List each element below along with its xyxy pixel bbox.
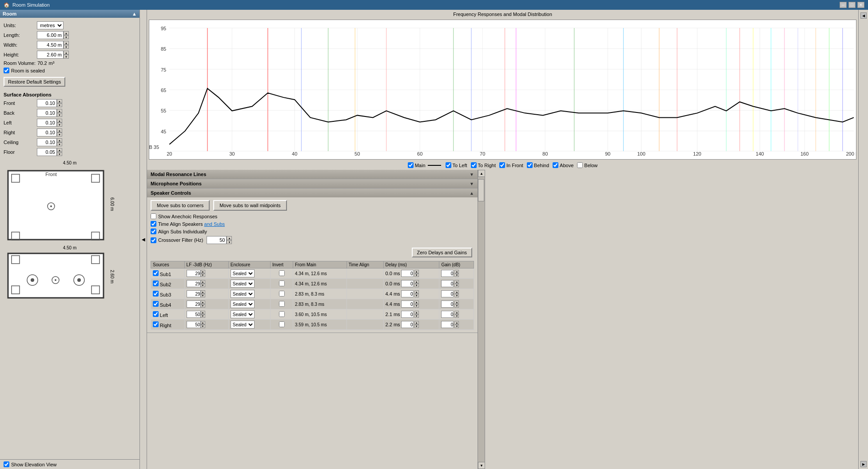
maximize-button[interactable]: □ bbox=[848, 2, 856, 8]
show-anechoic-checkbox[interactable] bbox=[151, 213, 156, 219]
ceiling-up[interactable]: ▲ bbox=[57, 138, 62, 142]
gain-down-2[interactable]: ▼ bbox=[454, 294, 459, 297]
height-up[interactable]: ▲ bbox=[64, 51, 69, 55]
back-up[interactable]: ▲ bbox=[57, 109, 62, 113]
width-down[interactable]: ▼ bbox=[64, 45, 69, 49]
delay-input-3[interactable] bbox=[401, 301, 414, 308]
legend-to-right-checkbox[interactable] bbox=[471, 162, 477, 168]
gain-down-1[interactable]: ▼ bbox=[454, 284, 459, 287]
delay-down-1[interactable]: ▼ bbox=[414, 284, 419, 287]
modal-resonance-collapse-icon[interactable]: ▼ bbox=[470, 172, 474, 177]
length-input[interactable] bbox=[37, 31, 64, 39]
gain-input-2[interactable] bbox=[441, 290, 454, 297]
right-up[interactable]: ▲ bbox=[57, 128, 62, 132]
delay-input-2[interactable] bbox=[401, 290, 414, 297]
enclosure-select-5[interactable]: Sealed Ported None bbox=[231, 321, 255, 329]
height-spinner[interactable]: ▲ ▼ bbox=[64, 51, 69, 59]
enclosure-select-0[interactable]: Sealed Ported None bbox=[231, 269, 255, 277]
surface-left-input[interactable] bbox=[37, 119, 57, 127]
delay-up-4[interactable]: ▲ bbox=[414, 311, 419, 314]
scroll-thumb[interactable] bbox=[478, 179, 484, 201]
legend-main-checkbox[interactable] bbox=[408, 162, 414, 168]
lf3db-input-1[interactable] bbox=[187, 280, 201, 287]
length-down[interactable]: ▼ bbox=[64, 35, 69, 39]
collapse-panel-button[interactable]: ◀ bbox=[140, 10, 147, 469]
left-up[interactable]: ▲ bbox=[57, 119, 62, 123]
invert-checkbox-2[interactable] bbox=[279, 291, 285, 297]
gain-up-5[interactable]: ▲ bbox=[454, 321, 459, 325]
source-checkbox-4[interactable] bbox=[153, 311, 159, 317]
length-spinner[interactable]: ▲ ▼ bbox=[64, 31, 69, 39]
delay-up-0[interactable]: ▲ bbox=[414, 270, 419, 273]
surface-right-input[interactable] bbox=[37, 128, 57, 136]
delay-input-1[interactable] bbox=[401, 280, 414, 287]
right-sidebar-bottom-button[interactable]: ▶ bbox=[860, 461, 867, 467]
invert-checkbox-4[interactable] bbox=[279, 311, 285, 317]
gain-input-3[interactable] bbox=[441, 301, 454, 308]
delay-up-2[interactable]: ▲ bbox=[414, 290, 419, 294]
width-spinner[interactable]: ▲ ▼ bbox=[64, 41, 69, 49]
gain-up-3[interactable]: ▲ bbox=[454, 301, 459, 304]
gain-down-0[interactable]: ▼ bbox=[454, 273, 459, 277]
lf3db-up-5[interactable]: ▲ bbox=[201, 321, 205, 325]
crossover-input[interactable] bbox=[207, 236, 227, 244]
gain-input-5[interactable] bbox=[441, 321, 454, 328]
gain-down-4[interactable]: ▼ bbox=[454, 314, 459, 318]
crossover-down[interactable]: ▼ bbox=[227, 240, 232, 244]
front-up[interactable]: ▲ bbox=[57, 99, 62, 103]
right-sidebar-top-button[interactable]: ◀ bbox=[860, 12, 867, 19]
floor-down[interactable]: ▼ bbox=[57, 152, 62, 156]
lf3db-input-2[interactable] bbox=[187, 290, 201, 297]
show-elevation-checkbox[interactable] bbox=[4, 461, 9, 467]
move-subs-corners-button[interactable]: Move subs to corners bbox=[151, 200, 210, 211]
lf3db-input-3[interactable] bbox=[187, 301, 201, 308]
delay-up-3[interactable]: ▲ bbox=[414, 301, 419, 304]
gain-up-1[interactable]: ▲ bbox=[454, 280, 459, 284]
units-select[interactable]: metres feet bbox=[37, 21, 64, 29]
delay-input-5[interactable] bbox=[401, 321, 414, 328]
lf3db-up-0[interactable]: ▲ bbox=[201, 270, 205, 273]
lf3db-down-3[interactable]: ▼ bbox=[201, 304, 205, 308]
delay-down-4[interactable]: ▼ bbox=[414, 314, 419, 318]
lf3db-input-4[interactable] bbox=[187, 311, 201, 318]
close-button[interactable]: ✕ bbox=[857, 2, 864, 8]
gain-down-3[interactable]: ▼ bbox=[454, 304, 459, 308]
width-up[interactable]: ▲ bbox=[64, 41, 69, 45]
lf3db-down-5[interactable]: ▼ bbox=[201, 325, 205, 328]
delay-down-2[interactable]: ▼ bbox=[414, 294, 419, 297]
legend-in-front-checkbox[interactable] bbox=[499, 162, 505, 168]
lf3db-down-0[interactable]: ▼ bbox=[201, 273, 205, 277]
invert-checkbox-1[interactable] bbox=[279, 281, 285, 286]
gain-up-2[interactable]: ▲ bbox=[454, 290, 459, 294]
source-checkbox-3[interactable] bbox=[153, 301, 159, 307]
microphone-header[interactable]: Microphone Positions ▼ bbox=[147, 179, 478, 188]
gain-up-0[interactable]: ▲ bbox=[454, 270, 459, 273]
ceiling-down[interactable]: ▼ bbox=[57, 142, 62, 146]
enclosure-select-1[interactable]: Sealed Ported None bbox=[231, 280, 255, 288]
legend-above-checkbox[interactable] bbox=[553, 162, 558, 168]
gain-input-1[interactable] bbox=[441, 280, 454, 287]
lf3db-up-3[interactable]: ▲ bbox=[201, 301, 205, 304]
modal-resonance-header[interactable]: Modal Resonance Lines ▼ bbox=[147, 170, 478, 179]
restore-defaults-button[interactable]: Restore Default Settings bbox=[4, 77, 65, 87]
legend-to-left-checkbox[interactable] bbox=[446, 162, 451, 168]
speaker-controls-collapse-icon[interactable]: ▲ bbox=[470, 191, 474, 196]
delay-input-4[interactable] bbox=[401, 311, 414, 318]
align-subs-checkbox[interactable] bbox=[151, 228, 156, 234]
length-up[interactable]: ▲ bbox=[64, 31, 69, 35]
panel-collapse-icon[interactable]: ▲ bbox=[132, 11, 137, 16]
invert-checkbox-0[interactable] bbox=[279, 270, 285, 276]
left-down[interactable]: ▼ bbox=[57, 123, 62, 127]
invert-checkbox-5[interactable] bbox=[279, 321, 285, 327]
gain-input-0[interactable] bbox=[441, 270, 454, 277]
source-checkbox-0[interactable] bbox=[153, 270, 159, 276]
lf3db-down-4[interactable]: ▼ bbox=[201, 314, 205, 318]
delay-down-0[interactable]: ▼ bbox=[414, 273, 419, 277]
enclosure-select-2[interactable]: Sealed Ported None bbox=[231, 290, 255, 298]
delay-up-1[interactable]: ▲ bbox=[414, 280, 419, 284]
surface-ceiling-input[interactable] bbox=[37, 138, 57, 146]
width-input[interactable] bbox=[37, 41, 64, 49]
time-align-checkbox[interactable] bbox=[151, 221, 156, 227]
front-down[interactable]: ▼ bbox=[57, 103, 62, 107]
speaker-controls-header[interactable]: Speaker Controls ▲ bbox=[147, 188, 478, 197]
